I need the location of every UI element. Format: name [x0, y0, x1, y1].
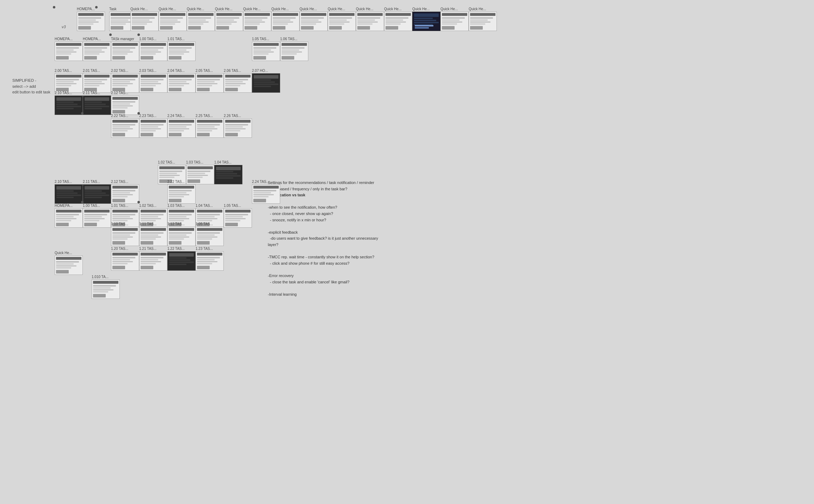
thumb-qh3[interactable] [187, 12, 215, 31]
thumb-t104[interactable] [214, 165, 242, 184]
thumb-label-homepageA: HOMEPA... [77, 7, 95, 11]
thumb-label-qh7: Quick He... [300, 7, 317, 11]
thumb-qh7[interactable] [300, 12, 328, 31]
thumb-label-task1: Task [109, 7, 117, 11]
thumb-t206[interactable] [224, 73, 252, 93]
item-col-t224b: 2.24 TAS... [252, 180, 280, 204]
thumb-qh2[interactable] [159, 12, 187, 31]
thumb-qh9[interactable] [356, 12, 384, 31]
thumb-t106[interactable] [280, 42, 308, 61]
thumb-hp2b[interactable] [83, 42, 111, 61]
thumb-label-t105: 1.05 TAS... [252, 37, 269, 41]
thumb-label-qh6: Quick He... [271, 7, 289, 11]
thumb-qh6[interactable] [271, 12, 300, 31]
thumb-t121[interactable] [139, 251, 167, 271]
thumb-label-qh11: Quick He... [412, 7, 430, 11]
thumb-t212a[interactable] [111, 96, 139, 115]
thumb-qh10[interactable] [384, 12, 412, 31]
thumb-qh1[interactable] [130, 12, 159, 31]
item-col-t207ho: 2.07 HO... [252, 69, 280, 93]
thumb-qhe[interactable] [55, 256, 83, 275]
thumb-t222b[interactable] [167, 184, 196, 204]
connector-dot-4 [81, 112, 84, 115]
thumb-t224[interactable] [167, 118, 196, 138]
thumb-t120[interactable] [111, 251, 139, 271]
thumb-qh12[interactable] [440, 12, 469, 31]
thumb-label-t120: 1.20 TAS... [111, 247, 128, 251]
thumb-label-qh2: Quick He... [159, 7, 176, 11]
thumb-t224b[interactable] [252, 184, 280, 204]
main-canvas: v3 SIMPLIFIED - select --> add edit butt… [0, 0, 814, 504]
item-col-qh8: Quick He... [328, 7, 356, 31]
notes-box: Settings for the recommendations / task … [268, 180, 381, 297]
thumb-t112[interactable] [167, 227, 196, 246]
item-col-t222b: 2.22 TAS... [167, 180, 196, 204]
thumb-t200[interactable] [55, 73, 83, 93]
item-col-t106: 1.06 TAS... [280, 37, 308, 61]
thumb-t223[interactable] [139, 118, 167, 138]
thumb-label-t200: 2.00 TAS... [55, 69, 72, 73]
thumb-t105b[interactable] [224, 208, 252, 228]
thumb-t210b[interactable] [55, 184, 83, 204]
thumb-t207ho[interactable] [252, 73, 280, 93]
item-col-qh7: Quick He... [300, 7, 328, 31]
thumb-t100[interactable] [139, 42, 167, 61]
thumb-t123[interactable] [196, 251, 224, 271]
thumb-qh11[interactable] [412, 12, 440, 31]
thumb-label-hp2b: HOMEPA... [83, 37, 101, 41]
thumb-taskmgr[interactable] [111, 42, 139, 61]
thumb-t225[interactable] [196, 118, 224, 138]
thumb-hp3[interactable] [55, 208, 83, 228]
thumb-label-t123: 1.23 TAS... [196, 247, 213, 251]
connector-dot-0 [95, 6, 98, 8]
thumb-t226[interactable] [224, 118, 252, 138]
thumb-t101a[interactable] [167, 42, 196, 61]
thumb-t201[interactable] [83, 73, 111, 93]
thumb-homepageA[interactable] [77, 12, 105, 31]
thumb-qh5[interactable] [243, 12, 271, 31]
item-col-qh6: Quick He... [271, 7, 300, 31]
thumb-label-t111: 1.11 TAS... [139, 222, 156, 226]
thumb-label-hp3: HOMEPA... [55, 204, 73, 208]
item-col-t210b: 2.10 TAS... [55, 180, 83, 204]
item-col-t105c: 1.05 TAS... [196, 222, 224, 246]
thumb-label-t212b: 2.12 TAS... [111, 180, 128, 184]
thumb-t211b[interactable] [83, 184, 111, 204]
thumb-label-t104: 1.04 TAS... [214, 160, 232, 164]
thumb-t110[interactable] [111, 227, 139, 246]
thumb-label-t100: 1.00 TAS... [139, 37, 156, 41]
thumb-t105[interactable] [252, 42, 280, 61]
thumb-hp2a[interactable] [55, 42, 83, 61]
thumb-t210a[interactable] [55, 96, 83, 115]
thumb-label-t201: 2.01 TAS... [83, 69, 100, 73]
item-col-t104: 1.04 TAS... [214, 160, 242, 184]
thumb-label-t212a: 2.12 TAS... [111, 91, 128, 95]
thumb-label-t101b: 1.01 TAS... [111, 204, 128, 208]
thumb-t203[interactable] [139, 73, 167, 93]
thumb-t205[interactable] [196, 73, 224, 93]
thumb-label-t103b: 1.03 TAS... [167, 204, 185, 208]
thumb-t202[interactable] [111, 73, 139, 93]
item-col-t202: 2.02 TAS... [111, 69, 139, 93]
thumb-label-qh4: Quick He... [215, 7, 232, 11]
connector-dot-3 [137, 33, 140, 36]
item-col-hp2a: HOMEPA... [55, 37, 83, 61]
thumb-t1010[interactable] [92, 279, 120, 299]
thumb-qh13[interactable] [469, 12, 497, 31]
thumb-label-t204: 2.04 TAS... [167, 69, 185, 73]
thumb-t212b[interactable] [111, 184, 139, 204]
thumb-t100b[interactable] [83, 208, 111, 228]
thumb-t222[interactable] [111, 118, 139, 138]
thumb-label-t222: 2.22 TAS... [111, 114, 128, 118]
item-col-t211a: 2.11 TAS... [83, 91, 111, 115]
item-col-t111: 1.11 TAS... [139, 222, 167, 246]
thumb-qh4[interactable] [215, 12, 243, 31]
thumb-t111[interactable] [139, 227, 167, 246]
item-col-t206: 2.06 TAS... [224, 69, 252, 93]
thumb-qh8[interactable] [328, 12, 356, 31]
thumb-t105c[interactable] [196, 227, 224, 246]
thumb-t211a[interactable] [83, 96, 111, 115]
thumb-t204[interactable] [167, 73, 196, 93]
thumb-label-t207ho: 2.07 HO... [252, 69, 268, 73]
thumb-t122[interactable] [167, 251, 196, 271]
